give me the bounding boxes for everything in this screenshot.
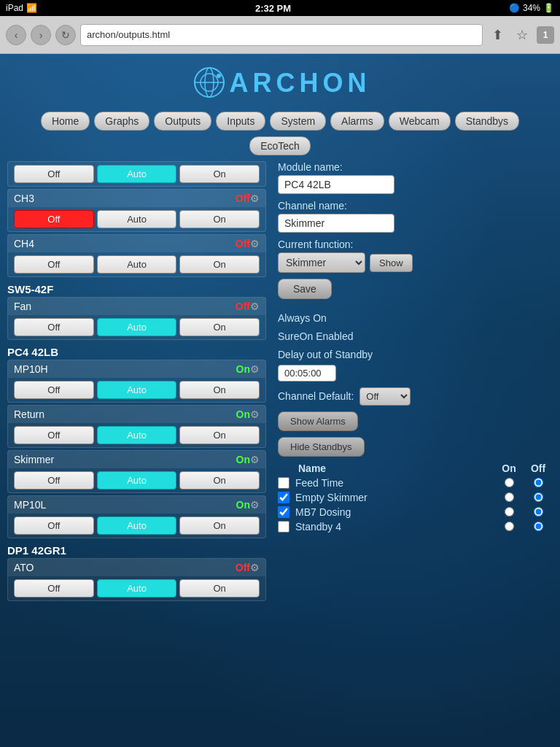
- channel-name-input[interactable]: [278, 214, 394, 233]
- standby-mb7-dosing-radio-off[interactable]: [534, 507, 543, 516]
- return-gear-icon[interactable]: ⚙: [250, 409, 260, 420]
- standby-4-radio-on[interactable]: [505, 522, 514, 531]
- main-content: ARCHON Home Graphs Outputs Inputs System…: [0, 54, 560, 747]
- ch3-gear-icon[interactable]: ⚙: [250, 193, 260, 204]
- nav-webcam[interactable]: Webcam: [389, 112, 451, 131]
- show-function-button[interactable]: Show: [370, 254, 413, 272]
- fan-ctrl-on[interactable]: On: [179, 318, 260, 336]
- status-right: 🔵 34% 🔋: [509, 3, 554, 13]
- share-button[interactable]: ⬆: [487, 25, 508, 45]
- nav-home[interactable]: Home: [41, 112, 90, 131]
- ch3-ctrl-on[interactable]: On: [179, 210, 260, 228]
- ato-ctrl-off[interactable]: Off: [14, 579, 94, 597]
- delay-time-input[interactable]: [278, 365, 336, 382]
- mp10l-label-row: MP10L On ⚙: [8, 496, 265, 514]
- ch4-ctrl-auto[interactable]: Auto: [97, 255, 177, 274]
- channel-default-select[interactable]: Off On: [359, 387, 411, 406]
- mp10l-ctrl-auto[interactable]: Auto: [97, 516, 177, 535]
- standby-mb7-dosing-checkbox[interactable]: [278, 506, 289, 518]
- nav-alarms[interactable]: Alarms: [330, 112, 384, 131]
- standby-4-checkbox[interactable]: [278, 521, 289, 533]
- fan-row: Fan Off ⚙ Off Auto On: [7, 297, 266, 340]
- ato-row: ATO Off ⚙ Off Auto On: [7, 558, 266, 601]
- mp10l-name: MP10L: [14, 499, 236, 511]
- nav-standbys[interactable]: Standbys: [455, 112, 519, 131]
- ato-ctrl-on[interactable]: On: [179, 579, 260, 597]
- skimmer-ctrl-on[interactable]: On: [179, 471, 260, 489]
- fan-ctrl-auto[interactable]: Auto: [97, 318, 177, 336]
- ato-controls: Off Auto On: [8, 576, 265, 600]
- channel-default-label: Channel Default:: [278, 390, 354, 402]
- right-panel: Module name: Channel name: Current funct…: [266, 161, 553, 603]
- tab-count[interactable]: 1: [537, 26, 554, 44]
- return-ctrl-off[interactable]: Off: [14, 426, 94, 444]
- mp10h-status: On: [236, 363, 250, 375]
- forward-button[interactable]: ›: [31, 25, 51, 45]
- ch4-ctrl-on[interactable]: On: [179, 255, 260, 274]
- function-select[interactable]: Skimmer Always On Feed Timer Wavemaker: [278, 252, 365, 273]
- fan-name: Fan: [14, 301, 236, 312]
- ch3-ctrl-auto[interactable]: Auto: [97, 210, 177, 228]
- mp10h-gear-icon[interactable]: ⚙: [250, 363, 260, 375]
- mp10l-ctrl-off[interactable]: Off: [14, 516, 94, 535]
- ch4-status: Off: [236, 238, 250, 249]
- return-status: On: [236, 409, 250, 420]
- ch4-gear-icon[interactable]: ⚙: [250, 238, 260, 249]
- ch4-label-row: CH4 Off ⚙: [8, 235, 265, 252]
- fan-gear-icon[interactable]: ⚙: [250, 301, 260, 312]
- dp1-header: DP1 42GR1: [7, 543, 266, 558]
- standby-empty-skimmer-radio-off[interactable]: [534, 492, 543, 502]
- show-alarms-button[interactable]: Show Alarms: [278, 411, 358, 431]
- refresh-button[interactable]: ↻: [55, 25, 76, 45]
- standby-empty-skimmer: Empty Skimmer: [278, 492, 553, 503]
- return-ctrl-auto[interactable]: Auto: [97, 426, 177, 444]
- ctrl-off[interactable]: Off: [14, 165, 94, 183]
- mp10h-ctrl-on[interactable]: On: [179, 381, 260, 399]
- mp10l-row: MP10L On ⚙ Off Auto On: [7, 495, 266, 538]
- ctrl-on[interactable]: On: [179, 165, 260, 183]
- ch4-controls: Off Auto On: [8, 252, 265, 276]
- fan-ctrl-off[interactable]: Off: [14, 318, 94, 336]
- channel-row: Off Auto On: [7, 161, 266, 187]
- nav-bar: Home Graphs Outputs Inputs System Alarms…: [0, 109, 560, 136]
- standby-feed-time-radio-off[interactable]: [534, 478, 543, 487]
- ato-gear-icon[interactable]: ⚙: [250, 562, 260, 573]
- mp10l-gear-icon[interactable]: ⚙: [250, 499, 260, 511]
- nav-ecotech[interactable]: EcoTech: [249, 136, 311, 155]
- mp10l-ctrl-on[interactable]: On: [179, 516, 260, 535]
- always-on-text: Always On: [278, 309, 553, 328]
- skimmer-ctrl-auto[interactable]: Auto: [97, 471, 177, 489]
- save-button[interactable]: Save: [278, 279, 332, 299]
- nav-system[interactable]: System: [270, 112, 326, 131]
- nav-graphs[interactable]: Graphs: [94, 112, 149, 131]
- skimmer-ctrl-off[interactable]: Off: [14, 471, 94, 489]
- ctrl-auto[interactable]: Auto: [97, 165, 177, 183]
- mp10h-ctrl-auto[interactable]: Auto: [97, 381, 177, 399]
- url-input[interactable]: [80, 24, 483, 46]
- standby-feed-time-radio-on[interactable]: [505, 478, 514, 487]
- standby-empty-skimmer-checkbox[interactable]: [278, 492, 289, 503]
- bookmark-button[interactable]: ☆: [512, 25, 532, 45]
- module-name-input[interactable]: [278, 175, 394, 194]
- ato-ctrl-auto[interactable]: Auto: [97, 579, 177, 597]
- channel-name-section: Channel name:: [278, 200, 553, 233]
- skimmer-row: Skimmer On ⚙ Off Auto On: [7, 450, 266, 493]
- hide-standbys-button[interactable]: Hide Standbys: [278, 437, 365, 457]
- nav-outputs[interactable]: Outputs: [154, 112, 211, 131]
- mp10h-ctrl-off[interactable]: Off: [14, 381, 94, 399]
- standby-4-radio-off[interactable]: [534, 522, 543, 531]
- ato-status: Off: [236, 562, 250, 573]
- skimmer-gear-icon[interactable]: ⚙: [250, 454, 260, 465]
- back-button[interactable]: ‹: [6, 25, 26, 45]
- mp10l-status: On: [236, 499, 250, 511]
- standby-mb7-dosing-radio-on[interactable]: [505, 507, 514, 516]
- ch4-ctrl-off[interactable]: Off: [14, 255, 94, 274]
- ch3-ctrl-off[interactable]: Off: [14, 210, 94, 228]
- return-ctrl-on[interactable]: On: [179, 426, 260, 444]
- function-label: Current function:: [278, 239, 553, 250]
- mp10h-name: MP10H: [14, 363, 236, 375]
- standby-feed-time-checkbox[interactable]: [278, 477, 289, 489]
- standby-empty-skimmer-radio-on[interactable]: [505, 492, 514, 502]
- function-section: Current function: Skimmer Always On Feed…: [278, 239, 553, 273]
- nav-inputs[interactable]: Inputs: [216, 112, 265, 131]
